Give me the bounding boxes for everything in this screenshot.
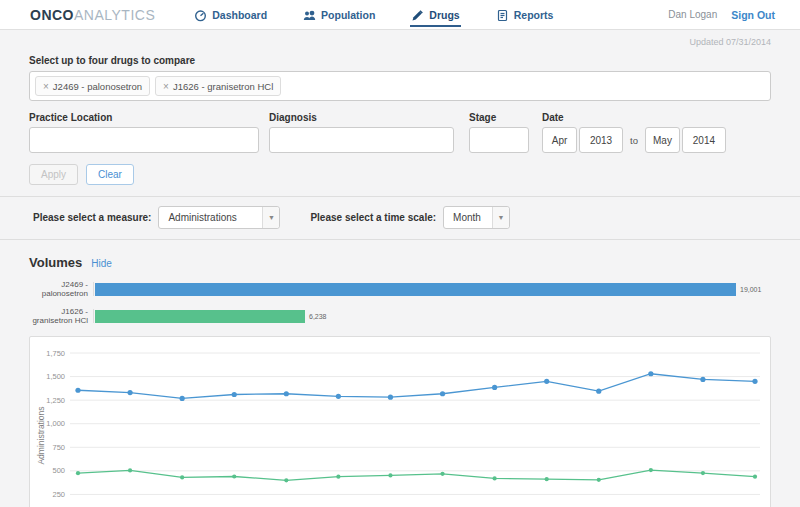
syringe-icon [411,9,424,22]
timescale-select[interactable]: Month ▼ [443,206,510,229]
sign-out-link[interactable]: Sign Out [731,9,775,21]
administrations-chart-panel: 02505007501,0001,2501,5001,750Apr '13May… [29,336,771,507]
practice-location-label: Practice Location [29,112,269,123]
volumes-title: Volumes [29,255,82,270]
volume-bar-label: J2469 - palonosetron [29,280,93,298]
last-updated-text: Updated 07/31/2014 [29,37,771,47]
chevron-down-icon: ▼ [492,207,509,228]
svg-text:750: 750 [52,443,65,452]
drug-tag-label: J1626 - granisetron HCl [173,81,273,92]
svg-text:Administrations: Administrations [36,406,46,464]
nav-item-population[interactable]: Population [302,3,376,27]
timescale-label: Please select a time scale: [310,212,436,223]
remove-tag-icon[interactable]: × [43,81,49,92]
nav-label: Population [321,9,375,21]
nav-label: Dashboard [212,9,267,21]
volume-bar-row: J2469 - palonosetron 19,001 [29,282,771,296]
volume-bar [95,283,736,296]
user-area: Dan Logan Sign Out [668,9,775,21]
svg-text:1,750: 1,750 [46,349,65,358]
volume-bar-value: 6,238 [309,313,327,320]
remove-tag-icon[interactable]: × [163,81,169,92]
drug-select-label: Select up to four drugs to compare [29,55,771,66]
apply-button[interactable]: Apply [29,164,78,185]
date-from-month-select[interactable]: Apr [542,127,577,153]
date-label: Date [542,112,726,123]
bar-track: 6,238 [93,309,771,323]
stage-label: Stage [469,112,542,123]
date-to-text: to [630,135,638,146]
chevron-down-icon: ▼ [262,207,279,228]
svg-text:1,250: 1,250 [46,396,65,405]
logo-bold-text: ONCO [30,7,74,23]
date-from-year-select[interactable]: 2013 [579,127,623,153]
date-to-year-select[interactable]: 2014 [682,127,726,153]
measure-value: Administrations [159,207,262,228]
diagnosis-input[interactable] [269,127,454,153]
nav-item-dashboard[interactable]: Dashboard [193,3,268,27]
measure-row: Please select a measure: Administrations… [0,197,800,239]
logo-light-text: ANALYTICS [74,7,155,23]
nav-item-drugs[interactable]: Drugs [410,3,460,27]
divider [0,239,800,240]
drug-tag: × J1626 - granisetron HCl [155,76,281,96]
volumes-line-chart: 02505007501,0001,2501,5001,750Apr '13May… [30,337,770,507]
volume-bar-label: J1626 - granisetron HCl [29,307,93,325]
volumes-bar-chart: J2469 - palonosetron 19,001 J1626 - gran… [29,282,771,323]
nav-item-reports[interactable]: Reports [495,3,555,27]
bar-track: 19,001 [93,282,771,296]
population-icon [303,9,316,22]
app-header: ONCOANALYTICS Dashboard Population Drugs [0,0,800,30]
main-nav: Dashboard Population Drugs Reports [193,3,668,27]
stage-input[interactable] [469,127,529,153]
measure-select[interactable]: Administrations ▼ [158,206,280,229]
svg-text:1,000: 1,000 [46,419,65,428]
drug-tag-label: J2469 - palonosetron [53,81,142,92]
dashboard-icon [194,9,207,22]
svg-text:500: 500 [52,466,65,475]
nav-label: Reports [514,9,554,21]
volume-bar-row: J1626 - granisetron HCl 6,238 [29,309,771,323]
hide-link[interactable]: Hide [91,258,112,269]
practice-location-input[interactable] [29,127,259,153]
drug-multiselect-input[interactable]: × J2469 - palonosetron × J1626 - granise… [29,71,771,101]
date-to-month-select[interactable]: May [645,127,680,153]
report-icon [496,9,509,22]
volume-bar [95,310,305,323]
user-name: Dan Logan [668,9,717,20]
nav-label: Drugs [429,9,459,21]
drug-tag: × J2469 - palonosetron [35,76,150,96]
clear-button[interactable]: Clear [86,164,134,185]
measure-label: Please select a measure: [33,212,151,223]
volume-bar-value: 19,001 [740,286,761,293]
svg-text:1,500: 1,500 [46,372,65,381]
app-logo[interactable]: ONCOANALYTICS [30,7,155,23]
diagnosis-label: Diagnosis [269,112,469,123]
timescale-value: Month [444,207,492,228]
svg-text:250: 250 [52,490,65,499]
